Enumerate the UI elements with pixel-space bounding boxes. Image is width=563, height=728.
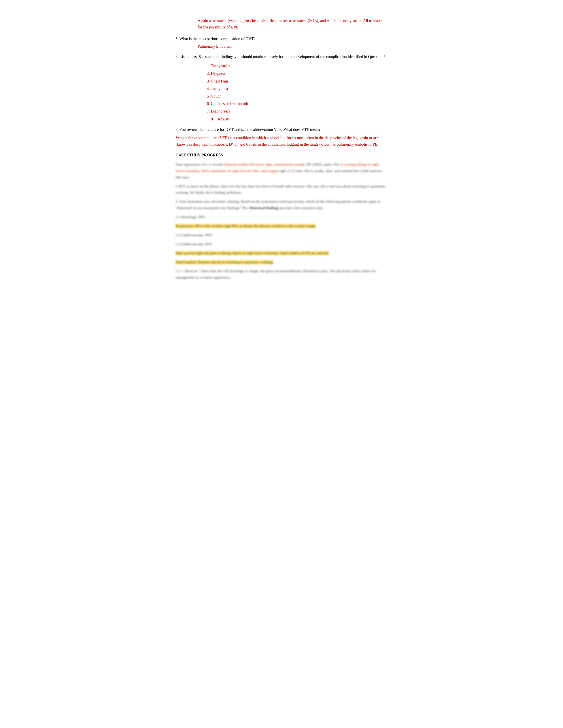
q5-answer: Pulmonary Embolism	[197, 44, 388, 49]
blurred-line-1: Your appearance of L.J. reveals bilatera…	[175, 161, 388, 181]
list-item: Tachypnea	[211, 85, 388, 92]
list-item-8-text: Anxiety	[217, 117, 230, 122]
question-5: 5. What is the most serious complication…	[175, 36, 388, 42]
list-item: Cough	[211, 92, 388, 100]
list-item: Chest Pain	[211, 77, 388, 85]
highlighted-skin: Skin: proven right left pain or allergy …	[175, 251, 329, 255]
list-item-8-container: 8. Anxiety	[211, 117, 388, 122]
question-7: 7. You review the literature for DVT and…	[175, 126, 388, 133]
blurred-line-10: 1.) + Check in. 7 these that she will di…	[175, 268, 388, 281]
blurred-line-9: Pain/Comfort: Denotes that he is returni…	[175, 259, 388, 266]
q6-answer-list: Tachycardia Dyspnea Chest Pain Tachypnea…	[211, 62, 388, 115]
blurred-line-8: Skin: proven right left pain or allergy …	[175, 250, 388, 257]
q7-answer: Venous thromboembolism (VTE) is a condit…	[175, 135, 388, 148]
case-study-header: CASE STUDY PROGRESS	[175, 153, 388, 158]
question-6: 6. List at least 8 assessment findings y…	[175, 54, 388, 60]
list-item-8-number: 8.	[211, 117, 217, 122]
blurred-line-2: L RFT as nurse on the phone, then over t…	[175, 183, 388, 196]
highlighted-respiratory: Respiratory: 98% with crackles right RFL…	[175, 224, 316, 228]
case-study-section: CASE STUDY PROGRESS Your appearance of L…	[175, 153, 388, 281]
blurred-line-6: 1.) Cardiovascular: 89%	[175, 232, 388, 238]
list-item: Tachycardia	[211, 62, 388, 70]
list-item: Diaphoresis	[211, 107, 388, 115]
blurred-line-3: 3. Your institution uses electronic char…	[175, 199, 388, 211]
intro-answer-text: A pain assessment (watching for chest pa…	[197, 18, 388, 30]
blurred-line-4: 1.) Neurology: 89%	[175, 214, 388, 220]
highlighted-pain: Pain/Comfort: Denotes that he is returni…	[175, 260, 273, 264]
blurred-line-7: 1.) Cardiovascular: 89%	[175, 241, 388, 248]
list-item: Crackles or friction rub	[211, 100, 388, 107]
blurred-line-5: Respiratory: 98% with crackles right RFL…	[175, 223, 388, 229]
list-item: Dyspnea	[211, 70, 388, 77]
